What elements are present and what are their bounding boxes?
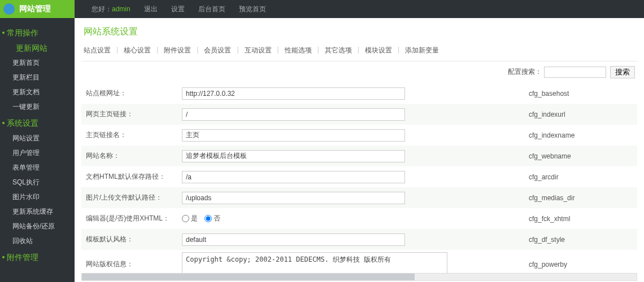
scrollbar-thumb[interactable] (82, 274, 415, 280)
config-text-input[interactable] (182, 129, 405, 142)
tab-item[interactable]: 模块设置 (365, 46, 392, 55)
config-key: cfg_df_style (524, 229, 637, 250)
tab-separator: | (275, 46, 281, 55)
sidebar-item[interactable]: 一键更新 (0, 99, 75, 114)
config-search-row: 配置搜索： 搜索 (81, 61, 637, 83)
config-value-cell (177, 187, 524, 208)
logo: 网站管理 (0, 0, 75, 18)
config-key: cfg_arcdir (524, 166, 637, 187)
tab-item[interactable]: 核心设置 (124, 46, 151, 55)
config-row: 网页主页链接：cfg_indexurl (81, 104, 637, 125)
config-label: 网页主页链接： (81, 104, 177, 125)
tab-item[interactable]: 会员设置 (204, 46, 231, 55)
config-row: 站点根网址：cfg_basehost (81, 83, 637, 104)
search-label: 配置搜索： (508, 68, 542, 76)
radio-input[interactable] (204, 215, 212, 222)
tab-separator: | (355, 46, 362, 55)
config-row: 模板默认风格：cfg_df_style (81, 229, 637, 250)
config-row: 主页链接名：cfg_indexname (81, 125, 637, 146)
config-key: cfg_medias_dir (524, 187, 637, 208)
config-value-cell (177, 104, 524, 125)
tab-separator: | (315, 46, 321, 55)
config-key: cfg_fck_xhtml (524, 208, 637, 229)
tab-row: 站点设置|核心设置|附件设置|会员设置|互动设置|性能选项|其它选项|模块设置|… (81, 42, 637, 61)
config-text-input[interactable] (182, 233, 405, 246)
tab-separator: | (154, 46, 160, 55)
sidebar-item[interactable]: 网站备份/还原 (0, 219, 75, 233)
config-text-input[interactable] (182, 150, 405, 162)
top-menu: 您好：admin 退出 设置 后台首页 预览首页 (75, 5, 266, 14)
config-text-input[interactable] (182, 171, 405, 183)
sidebar-item[interactable]: SQL执行 (0, 175, 75, 190)
greeting: 您好：admin (92, 5, 130, 14)
top-menu-preview-home[interactable]: 预览首页 (239, 5, 266, 14)
config-key: cfg_indexname (524, 125, 637, 146)
sidebar-item[interactable]: 更新文档 (0, 85, 75, 99)
horizontal-scrollbar[interactable] (81, 273, 637, 281)
config-radio-option[interactable]: 否 (204, 214, 220, 223)
config-text-input[interactable] (182, 108, 405, 121)
config-label: 主页链接名： (81, 125, 177, 146)
config-label: 图片/上传文件默认路径： (81, 187, 177, 208)
config-search-button[interactable]: 搜索 (610, 66, 635, 78)
config-radio-option[interactable]: 是 (182, 214, 198, 223)
tab-separator: | (234, 46, 241, 55)
radio-input[interactable] (182, 215, 189, 222)
config-key: cfg_basehost (524, 83, 637, 104)
sidebar-item[interactable]: 更新系统缓存 (0, 204, 75, 219)
sidebar-group[interactable]: 系统设置 (0, 114, 75, 131)
config-label: 模板默认风格： (81, 229, 177, 250)
top-menu-settings[interactable]: 设置 (171, 5, 185, 14)
config-textarea[interactable] (182, 252, 447, 275)
sidebar-item[interactable]: 图片水印 (0, 190, 75, 204)
config-key: cfg_indexurl (524, 104, 637, 125)
sidebar-group[interactable]: 常用操作 (0, 24, 75, 41)
top-menu-logout[interactable]: 退出 (144, 5, 158, 14)
top-menu-backend-home[interactable]: 后台首页 (198, 5, 225, 14)
avatar-icon (3, 3, 15, 15)
config-value-cell (177, 229, 524, 250)
sidebar-item[interactable]: 表单管理 (0, 160, 75, 175)
sidebar-group[interactable]: 附件管理 (0, 248, 75, 265)
config-label: 文档HTML默认保存路径： (81, 166, 177, 187)
current-user: admin (112, 5, 130, 13)
config-row: 图片/上传文件默认路径：cfg_medias_dir (81, 187, 637, 208)
sidebar: 常用操作更新网站更新首页更新栏目更新文档一键更新系统设置网站设置用户管理表单管理… (0, 18, 75, 282)
config-value-cell (177, 125, 524, 146)
config-table: 站点根网址：cfg_basehost网页主页链接：cfg_indexurl主页链… (81, 83, 637, 279)
sidebar-item[interactable]: 用户管理 (0, 146, 75, 160)
sidebar-item[interactable]: 更新网站 (0, 41, 75, 55)
tab-separator: | (395, 46, 402, 55)
config-row: 网站名称：cfg_webname (81, 146, 637, 166)
content-area: 网站系统设置 站点设置|核心设置|附件设置|会员设置|互动设置|性能选项|其它选… (75, 18, 644, 282)
tab-separator: | (194, 46, 201, 55)
sidebar-item[interactable]: 网站设置 (0, 131, 75, 146)
tab-item[interactable]: 互动设置 (245, 46, 272, 55)
top-bar: 网站管理 您好：admin 退出 设置 后台首页 预览首页 (0, 0, 644, 18)
tab-item[interactable]: 添加新变量 (405, 46, 439, 55)
config-label: 网站名称： (81, 146, 177, 166)
page-title: 网站系统设置 (81, 24, 637, 42)
config-label: 编辑器(是/否)使用XHTML： (81, 208, 177, 229)
config-text-input[interactable] (182, 87, 405, 100)
config-search-input[interactable] (544, 67, 606, 78)
tab-item[interactable]: 站点设置 (84, 46, 111, 55)
tab-separator: | (114, 46, 120, 55)
config-value-cell (177, 146, 524, 166)
tab-item[interactable]: 附件设置 (164, 46, 191, 55)
tab-item[interactable]: 性能选项 (285, 46, 312, 55)
logo-text: 网站管理 (19, 4, 51, 14)
sidebar-item[interactable]: 回收站 (0, 233, 75, 248)
tab-item[interactable]: 其它选项 (325, 46, 352, 55)
config-row: 编辑器(是/否)使用XHTML：是否cfg_fck_xhtml (81, 208, 637, 229)
config-value-cell (177, 83, 524, 104)
sidebar-item[interactable]: 更新首页 (0, 55, 75, 70)
config-text-input[interactable] (182, 192, 405, 204)
sidebar-item[interactable]: 更新栏目 (0, 70, 75, 85)
config-row: 文档HTML默认保存路径：cfg_arcdir (81, 166, 637, 187)
config-label: 站点根网址： (81, 83, 177, 104)
config-key: cfg_webname (524, 146, 637, 166)
config-value-cell (177, 166, 524, 187)
config-value-cell: 是否 (177, 208, 524, 229)
